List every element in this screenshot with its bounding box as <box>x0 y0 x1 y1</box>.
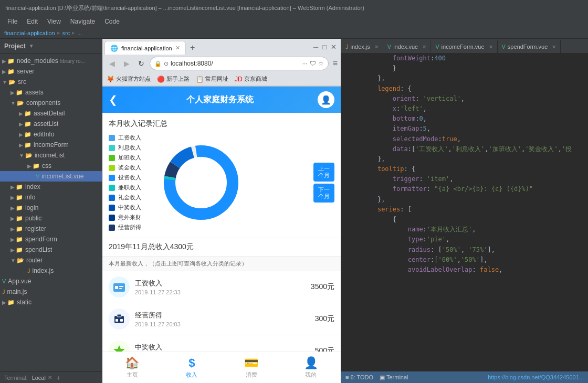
tree-login[interactable]: ▶ 📁 login <box>0 203 102 213</box>
nav-home[interactable]: 🏠 主页 <box>102 352 162 383</box>
address-bar[interactable]: 🔒 ⊙ localhost:8080/ ··· 🛡 ☆ <box>150 57 329 70</box>
bookmark-jd[interactable]: JD 京东商城 <box>235 75 267 83</box>
protocol-text: ⊙ <box>164 60 169 67</box>
line-num <box>341 235 360 244</box>
code-line: orient: 'vertical', <box>341 94 588 104</box>
code-line: formatter: "{a} <br/>{b}: {c} ({d}%)" <box>341 184 588 194</box>
tab-label: index.js <box>351 44 370 50</box>
back-button[interactable]: ◀ <box>106 57 118 70</box>
tree-server[interactable]: ▶ 📁 server <box>0 66 102 77</box>
menu-view[interactable]: View <box>43 16 65 27</box>
path-root[interactable]: financial-application <box>4 30 55 36</box>
menu-file[interactable]: File <box>3 16 22 27</box>
app-title: 个人家庭财务系统 <box>122 94 318 105</box>
tree-index-folder[interactable]: ▶ 📁 index <box>0 182 102 192</box>
chart-legend: 工资收入 利息收入 加班收入 <box>109 134 151 231</box>
menu-navigate[interactable]: Navigate <box>66 16 99 27</box>
bookmark-label: 京东商城 <box>244 75 267 83</box>
tab-close-icon[interactable]: ✕ <box>489 44 493 50</box>
status-link[interactable]: https://blog.csdn.net/QQ344245001... <box>488 374 584 380</box>
nav-income[interactable]: $ 收入 <box>162 352 222 383</box>
editor-tab-spendform-vue[interactable]: V spendForm.vue ✕ <box>498 40 561 53</box>
tree-editinfo[interactable]: ▶ 📁 editInfo <box>0 129 102 140</box>
tab-close-icon[interactable]: ✕ <box>175 45 180 51</box>
tree-info[interactable]: ▶ 📁 info <box>0 192 102 203</box>
file-tree-panel: Project ▼ ▶ 📁 node_modules library ro...… <box>0 39 102 383</box>
browser-active-tab[interactable]: 🌐 financial-application ✕ <box>104 41 186 55</box>
tree-incomelist-vue[interactable]: V incomeList.vue <box>0 171 102 182</box>
tree-assetdetail[interactable]: ▶ 📁 assetDetail <box>0 108 102 119</box>
tree-label: App.vue <box>8 278 31 285</box>
tree-app-vue[interactable]: V App.vue <box>0 276 102 286</box>
terminal-close-icon[interactable]: ✕ <box>48 375 52 380</box>
folder-icon: 📁 <box>24 121 32 127</box>
folder-icon: 📁 <box>24 142 32 148</box>
vue-file-icon: V <box>36 173 39 179</box>
folder-open-icon: 📂 <box>25 152 33 159</box>
tree-incomeform[interactable]: ▶ 📁 incomeForm <box>0 140 102 150</box>
tree-main-js[interactable]: J main.js <box>0 286 102 297</box>
editor-tab-index-vue[interactable]: V index.vue ✕ <box>383 40 431 53</box>
menu-edit[interactable]: Edit <box>23 16 42 27</box>
editor-tab-index-js[interactable]: J index.js ✕ <box>341 40 383 53</box>
record-item-business[interactable]: 经营所得 2019-11-27 20:03 300元 <box>102 303 341 335</box>
tree-css[interactable]: ▶ 📁 css <box>0 161 102 171</box>
tree-incomelist[interactable]: ▼ 📂 incomeList <box>0 150 102 161</box>
forward-button[interactable]: ▶ <box>120 57 133 70</box>
app-back-button[interactable]: ❮ <box>109 93 118 106</box>
tree-components[interactable]: ▼ 📂 components <box>0 98 102 108</box>
tree-label: info <box>25 194 35 201</box>
minimize-icon[interactable]: ─ <box>313 43 318 51</box>
tree-node-modules[interactable]: ▶ 📁 node_modules library ro... <box>0 56 102 66</box>
tree-register[interactable]: ▶ 📁 register <box>0 224 102 234</box>
nav-income-label: 收入 <box>186 371 197 379</box>
code-line: legend: { <box>341 84 588 94</box>
nav-spend[interactable]: 💳 消费 <box>222 352 281 383</box>
folder-icon: 📁 <box>16 226 23 232</box>
tree-spendlist[interactable]: ▶ 📁 spendList <box>0 244 102 255</box>
line-num <box>341 73 360 83</box>
browser-menu-button[interactable]: ≡ <box>333 59 338 68</box>
path-src[interactable]: src <box>62 30 70 36</box>
maximize-icon[interactable]: □ <box>322 43 327 51</box>
new-tab-button[interactable]: + <box>186 41 200 55</box>
code-line: avoidLabelOverlap: false, <box>341 265 588 275</box>
terminal-tab-local[interactable]: Local ✕ <box>32 375 52 381</box>
app-avatar[interactable]: 👤 <box>318 91 334 108</box>
bookmark-newbie[interactable]: 🔴 新手上路 <box>157 75 190 83</box>
nav-profile[interactable]: 👤 我的 <box>281 352 341 383</box>
close-window-icon[interactable]: ✕ <box>331 43 337 51</box>
code-line: }, <box>341 73 588 83</box>
line-num <box>341 63 360 73</box>
terminal-add-icon[interactable]: + <box>56 374 60 382</box>
total-text: 2019年11月总收入4300元 <box>109 242 194 251</box>
tree-assets[interactable]: ▶ 📁 assets <box>0 87 102 98</box>
path-more[interactable]: ... <box>77 30 82 36</box>
tree-public[interactable]: ▶ 📁 public <box>0 213 102 224</box>
next-month-button[interactable]: 下一个月 <box>313 184 334 203</box>
tree-src[interactable]: ▼ 📂 src <box>0 77 102 87</box>
refresh-button[interactable]: ↻ <box>135 57 148 70</box>
terminal-status[interactable]: ▣ Terminal <box>380 374 408 381</box>
tree-router[interactable]: ▼ 📂 router <box>0 255 102 265</box>
records-header-text: 本月最新收入，（点击上图可查询各收入分类的记录） <box>109 260 247 267</box>
menu-code[interactable]: Code <box>100 16 124 27</box>
tree-assetlist[interactable]: ▶ 📁 assetList <box>0 119 102 129</box>
dropdown-icon[interactable]: ▼ <box>29 43 34 49</box>
record-item-salary[interactable]: 工资收入 2019-11-27 22:33 3500元 <box>102 271 341 303</box>
bookmark-firefox[interactable]: 🦊 火狐官方站点 <box>107 75 151 83</box>
prev-month-button[interactable]: 上一个月 <box>313 163 334 182</box>
tree-static[interactable]: ▶ 📁 static <box>0 297 102 307</box>
bookmark-star-icon[interactable]: ··· <box>302 60 308 67</box>
star-icon[interactable]: ☆ <box>318 60 324 67</box>
bookmark-common[interactable]: 📋 常用网址 <box>196 75 228 83</box>
svg-rect-9 <box>119 288 122 289</box>
tab-close-icon[interactable]: ✕ <box>422 44 426 50</box>
tab-close-icon[interactable]: ✕ <box>374 44 379 50</box>
tree-router-index[interactable]: J index.js <box>0 265 102 276</box>
record-name: 中奖收入 <box>135 343 310 352</box>
legend-item-lottery: 中奖收入 <box>109 204 151 211</box>
tree-spendform[interactable]: ▶ 📁 spendForm <box>0 234 102 244</box>
tab-close-icon[interactable]: ✕ <box>552 44 556 50</box>
editor-tab-incomeform-vue[interactable]: V incomeForm.vue ✕ <box>431 40 497 53</box>
